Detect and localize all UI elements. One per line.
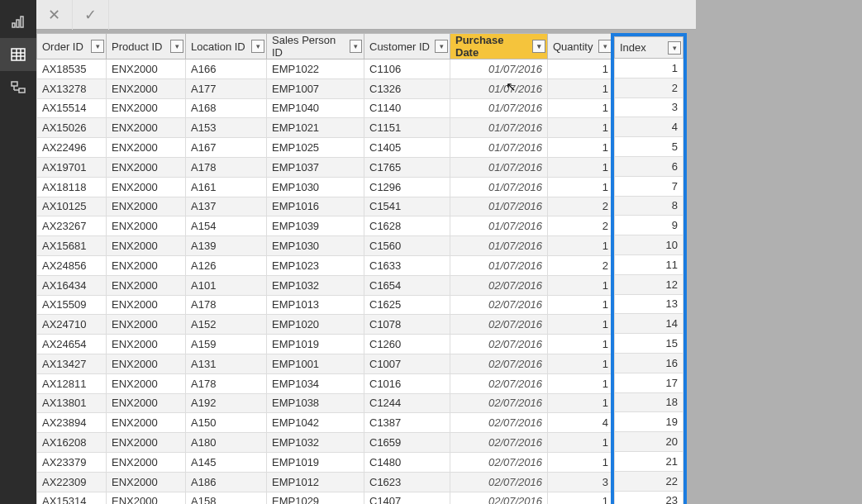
cell-customer: C1625 bbox=[364, 295, 450, 315]
cell-customer: C1078 bbox=[364, 315, 450, 335]
table-row[interactable]: 11 bbox=[615, 254, 683, 274]
column-header-product[interactable]: Product ID▾ bbox=[107, 34, 186, 59]
column-header-index[interactable]: Index ▾ bbox=[615, 37, 683, 59]
table-row[interactable]: 5 bbox=[615, 137, 683, 157]
cell-qty: 2 bbox=[548, 216, 614, 236]
cell-qty: 1 bbox=[548, 59, 614, 79]
column-header-location[interactable]: Location ID▾ bbox=[186, 34, 267, 59]
index-column-highlight: Index ▾ 12345678910111213141516171819202… bbox=[611, 33, 687, 504]
table-row[interactable]: AX23267ENX2000A154EMP1039C162801/07/2016… bbox=[37, 216, 614, 236]
cell-qty: 2 bbox=[548, 197, 614, 216]
cell-qty: 1 bbox=[548, 157, 614, 177]
table-row[interactable]: 19 bbox=[615, 412, 683, 432]
cell-qty: 1 bbox=[548, 295, 614, 315]
data-view-icon[interactable] bbox=[0, 38, 36, 71]
table-row[interactable]: AX16434ENX2000A101EMP1032C165402/07/2016… bbox=[37, 275, 614, 295]
cell-qty: 1 bbox=[548, 315, 614, 335]
column-header-order[interactable]: Order ID▾ bbox=[37, 34, 107, 59]
table-row[interactable]: 15 bbox=[615, 334, 683, 354]
table-row[interactable]: AX18535ENX2000A166EMP1022C110601/07/2016… bbox=[37, 59, 614, 79]
table-row[interactable]: 23 bbox=[615, 491, 683, 504]
table-row[interactable]: 21 bbox=[615, 451, 683, 471]
table-row[interactable]: AX22496ENX2000A167EMP1025C140501/07/2016… bbox=[37, 138, 614, 158]
cell-qty: 3 bbox=[548, 472, 614, 492]
cell-sales: EMP1023 bbox=[267, 255, 364, 275]
table-row[interactable]: 8 bbox=[615, 196, 683, 216]
filter-dropdown-icon[interactable]: ▾ bbox=[251, 40, 264, 53]
table-row[interactable]: 12 bbox=[615, 274, 683, 294]
formula-confirm-button[interactable]: ✓ bbox=[73, 0, 109, 30]
filter-dropdown-icon[interactable]: ▾ bbox=[350, 40, 362, 53]
cell-sales: EMP1032 bbox=[267, 433, 364, 453]
table-row[interactable]: 22 bbox=[615, 471, 683, 491]
table-row[interactable]: AX22309ENX2000A186EMP1012C162302/07/2016… bbox=[37, 472, 614, 492]
cell-qty: 1 bbox=[548, 492, 614, 504]
cell-customer: C1560 bbox=[364, 236, 450, 256]
table-row[interactable]: AX24654ENX2000A159EMP1019C126002/07/2016… bbox=[37, 335, 614, 354]
filter-dropdown-icon[interactable]: ▾ bbox=[598, 40, 612, 53]
cell-customer: C1296 bbox=[364, 177, 450, 197]
formula-input[interactable] bbox=[109, 0, 696, 29]
cell-qty: 1 bbox=[548, 236, 614, 256]
table-row[interactable]: AX15314ENX2000A158EMP1029C140702/07/2016… bbox=[37, 492, 614, 504]
cell-qty: 1 bbox=[548, 275, 614, 295]
column-header-date[interactable]: Purchase Date▾ bbox=[450, 34, 548, 59]
cell-order: AX13801 bbox=[37, 393, 107, 413]
table-row[interactable]: AX15026ENX2000A153EMP1021C115101/07/2016… bbox=[37, 118, 614, 138]
table-row[interactable]: 9 bbox=[615, 216, 683, 235]
formula-cancel-button[interactable]: ✕ bbox=[36, 0, 73, 30]
cell-date: 02/07/2016 bbox=[450, 315, 548, 335]
column-label: Sales Person ID bbox=[272, 34, 346, 59]
column-header-sales[interactable]: Sales Person ID▾ bbox=[267, 34, 364, 59]
table-row[interactable]: 7 bbox=[615, 176, 683, 196]
table-row[interactable]: 6 bbox=[615, 156, 683, 176]
table-row[interactable]: AX13278ENX2000A177EMP1007C132601/07/2016… bbox=[37, 78, 614, 98]
cell-location: A150 bbox=[186, 413, 267, 433]
table-row[interactable]: AX16208ENX2000A180EMP1032C165902/07/2016… bbox=[37, 433, 614, 453]
cell-sales: EMP1001 bbox=[267, 354, 364, 373]
table-row[interactable]: AX23379ENX2000A145EMP1019C148002/07/2016… bbox=[37, 452, 614, 472]
table-row[interactable]: 16 bbox=[615, 353, 683, 373]
table-row[interactable]: AX24710ENX2000A152EMP1020C107802/07/2016… bbox=[37, 315, 614, 335]
filter-dropdown-icon[interactable]: ▾ bbox=[91, 40, 104, 53]
filter-dropdown-icon[interactable]: ▾ bbox=[170, 40, 183, 53]
table-row[interactable]: AX23894ENX2000A150EMP1042C138702/07/2016… bbox=[37, 413, 614, 433]
table-row[interactable]: 4 bbox=[615, 117, 683, 137]
cell-product: ENX2000 bbox=[107, 236, 186, 256]
cell-index: 13 bbox=[615, 294, 683, 314]
table-row[interactable]: AX19701ENX2000A178EMP1037C176501/07/2016… bbox=[37, 157, 614, 177]
data-table[interactable]: Order ID▾Product ID▾Location ID▾Sales Pe… bbox=[36, 33, 614, 504]
filter-dropdown-icon[interactable]: ▾ bbox=[532, 40, 545, 53]
cell-qty: 1 bbox=[548, 373, 614, 393]
table-row[interactable]: AX10125ENX2000A137EMP1016C154101/07/2016… bbox=[37, 197, 614, 216]
table-row[interactable]: AX12811ENX2000A178EMP1034C101602/07/2016… bbox=[37, 373, 614, 393]
cell-product: ENX2000 bbox=[107, 118, 186, 138]
table-row[interactable]: 18 bbox=[615, 392, 683, 412]
table-row[interactable]: AX18118ENX2000A161EMP1030C129601/07/2016… bbox=[37, 177, 614, 197]
table-row[interactable]: 10 bbox=[615, 235, 683, 255]
table-row[interactable]: AX24856ENX2000A126EMP1023C163301/07/2016… bbox=[37, 255, 614, 275]
cell-order: AX15026 bbox=[37, 118, 107, 138]
table-row[interactable]: 2 bbox=[615, 78, 683, 97]
table-row[interactable]: 13 bbox=[615, 294, 683, 314]
table-row[interactable]: AX15514ENX2000A168EMP1040C114001/07/2016… bbox=[37, 98, 614, 118]
cell-order: AX13427 bbox=[37, 354, 107, 373]
cell-customer: C1659 bbox=[364, 433, 450, 453]
model-view-icon[interactable] bbox=[0, 71, 36, 104]
table-row[interactable]: 3 bbox=[615, 97, 683, 117]
table-row[interactable]: AX15681ENX2000A139EMP1030C156001/07/2016… bbox=[37, 236, 614, 256]
column-header-customer[interactable]: Customer ID▾ bbox=[364, 34, 450, 59]
cell-order: AX18535 bbox=[37, 59, 107, 79]
table-row[interactable]: AX13427ENX2000A131EMP1001C100702/07/2016… bbox=[37, 354, 614, 373]
table-row[interactable]: 14 bbox=[615, 314, 683, 334]
table-row[interactable]: AX15509ENX2000A178EMP1013C162502/07/2016… bbox=[37, 295, 614, 315]
cell-product: ENX2000 bbox=[107, 197, 186, 216]
table-row[interactable]: AX13801ENX2000A192EMP1038C124402/07/2016… bbox=[37, 393, 614, 413]
report-view-icon[interactable] bbox=[0, 5, 36, 38]
column-header-qty[interactable]: Quantity▾ bbox=[548, 34, 614, 59]
table-row[interactable]: 20 bbox=[615, 432, 683, 452]
filter-dropdown-icon[interactable]: ▾ bbox=[668, 41, 681, 55]
filter-dropdown-icon[interactable]: ▾ bbox=[435, 40, 448, 53]
table-row[interactable]: 1 bbox=[615, 59, 683, 78]
table-row[interactable]: 17 bbox=[615, 373, 683, 392]
